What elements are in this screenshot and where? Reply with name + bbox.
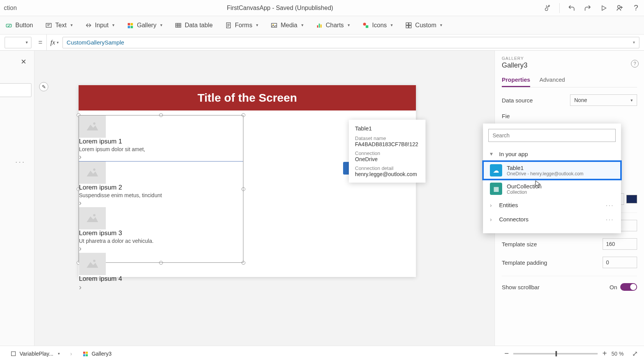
svg-rect-15 — [320, 24, 322, 27]
gallery-row[interactable]: Lorem ipsum 4 › — [79, 253, 243, 287]
insert-custom-label: Custom — [415, 22, 436, 29]
section-connectors[interactable]: › Connectors ··· — [483, 212, 621, 226]
chevron-right-icon[interactable]: › — [79, 244, 82, 252]
svg-point-16 — [363, 23, 366, 26]
insert-icons[interactable]: Icons▾ — [362, 22, 393, 29]
datasource-item-ourcollection[interactable]: ▦ OurCollectionCollection — [483, 180, 621, 198]
tab-properties[interactable]: Properties — [502, 76, 530, 87]
insert-toolbar: Button Text▾ Input▾ Gallery▾ Data table … — [0, 16, 644, 35]
svg-point-25 — [93, 168, 95, 171]
svg-point-29 — [93, 260, 95, 262]
border-color-swatch[interactable] — [626, 195, 637, 203]
gallery-row[interactable]: Lorem ipsum 1Lorem ipsum dolor sit amet,… — [79, 115, 243, 162]
fit-screen-icon[interactable]: ⤢ — [632, 349, 638, 358]
templatepadding-input[interactable]: 0 — [603, 257, 637, 268]
play-icon[interactable] — [600, 4, 608, 12]
insert-media[interactable]: Media▾ — [271, 22, 304, 29]
tree-more-icon[interactable]: ··· — [15, 158, 26, 166]
gallery-item-title: Lorem ipsum 4 — [79, 275, 243, 283]
more-icon[interactable]: ··· — [606, 202, 614, 208]
canvas-area[interactable]: Title of the Screen Button ✎ Lorem ipsum… — [34, 51, 495, 346]
gallery-row[interactable]: Lorem ipsum 3Ut pharetra a dolor ac vehi… — [79, 207, 243, 253]
insert-gallery[interactable]: Gallery▾ — [127, 22, 163, 29]
section-in-your-app[interactable]: ▾ In your app — [483, 147, 621, 161]
insert-input-label: Input — [95, 22, 109, 29]
tree-view-pane: ✕ ··· — [0, 51, 34, 346]
chevron-right-icon[interactable]: › — [79, 198, 82, 207]
tab-advanced[interactable]: Advanced — [539, 76, 565, 87]
svg-rect-5 — [128, 23, 130, 25]
close-pane-icon[interactable]: ✕ — [21, 58, 26, 66]
gallery-control[interactable]: Lorem ipsum 1Lorem ipsum dolor sit amet,… — [79, 115, 243, 263]
control-name: Gallery3 — [502, 61, 637, 69]
more-icon[interactable]: ··· — [606, 216, 614, 223]
chevron-right-icon[interactable]: › — [79, 283, 82, 291]
status-bar: VariablePlay...▾ › Gallery3 − + 50 % ⤢ — [0, 346, 644, 361]
prop-templatesize-label: Template size — [502, 241, 537, 247]
equals-sign: = — [34, 38, 46, 46]
tooltip-title: Table1 — [355, 125, 419, 132]
svg-rect-8 — [131, 26, 133, 28]
svg-point-0 — [549, 5, 550, 6]
gallery-item-title: Lorem ipsum 2 — [79, 184, 243, 191]
svg-point-2 — [618, 5, 620, 8]
help-icon[interactable]: ? — [632, 4, 640, 12]
insert-input[interactable]: Input▾ — [85, 22, 115, 29]
zoom-slider[interactable] — [513, 353, 598, 354]
onedrive-icon: ☁ — [490, 164, 502, 176]
datasource-select[interactable]: None▾ — [570, 94, 637, 106]
breadcrumb-screen[interactable]: VariablePlay...▾ — [6, 349, 64, 359]
prop-datasource-label: Data source — [502, 97, 533, 104]
tree-item-box[interactable] — [0, 83, 31, 97]
collection-icon: ▦ — [490, 183, 502, 195]
formula-bar: ▾ = fx▾ CustomGallerySample ▾ — [0, 35, 644, 51]
zoom-in-icon[interactable]: + — [602, 349, 607, 358]
redo-icon[interactable] — [583, 4, 592, 12]
datasource-tooltip: Table1 Dataset name FA4BADB8183CF7B8!122… — [349, 120, 426, 183]
chevron-right-icon: › — [490, 216, 495, 223]
edit-gallery-icon[interactable]: ✎ — [39, 82, 48, 91]
app-checker-icon[interactable] — [543, 4, 552, 12]
insert-button[interactable]: Button — [5, 22, 33, 29]
breadcrumb-control[interactable]: Gallery3 — [78, 349, 116, 359]
insert-text-label: Text — [55, 22, 66, 29]
insert-custom[interactable]: Custom▾ — [405, 22, 442, 29]
datasource-item-table1[interactable]: ☁ Table1OneDrive - henry.legge@outlook.c… — [483, 161, 621, 180]
datasource-search-input[interactable] — [488, 129, 616, 142]
svg-rect-32 — [86, 351, 88, 353]
expand-formula-icon[interactable]: ▾ — [633, 40, 635, 45]
insert-text[interactable]: Text▾ — [45, 22, 72, 29]
help-icon[interactable]: ? — [631, 60, 639, 68]
insert-gallery-label: Gallery — [137, 22, 156, 29]
insert-charts[interactable]: Charts▾ — [316, 22, 350, 29]
property-selector[interactable]: ▾ — [5, 37, 31, 48]
thumbnail-placeholder-icon — [79, 207, 106, 229]
zoom-value: 50 % — [611, 351, 624, 357]
gallery-item-subtitle: Ut pharetra a dolor ac vehicula. — [79, 238, 243, 244]
chevron-down-icon: ▾ — [490, 150, 495, 157]
svg-rect-31 — [83, 351, 85, 353]
svg-rect-30 — [12, 351, 16, 356]
gallery-item-subtitle: Suspendisse enim metus, tincidunt — [79, 192, 243, 198]
formula-input[interactable]: CustomGallerySample ▾ — [62, 37, 639, 48]
insert-datatable[interactable]: Data table — [175, 22, 213, 29]
undo-icon[interactable] — [567, 4, 576, 12]
fx-button[interactable]: fx▾ — [46, 35, 62, 50]
scrollbar-toggle[interactable] — [620, 283, 637, 291]
zoom-out-icon[interactable]: − — [504, 349, 509, 358]
title-bar: ction FirstCanvasApp - Saved (Unpublishe… — [0, 0, 644, 16]
thumbnail-placeholder-icon — [79, 162, 106, 184]
gallery-item-subtitle: Lorem ipsum dolor sit amet, — [79, 146, 243, 152]
svg-rect-20 — [406, 25, 408, 28]
section-entities[interactable]: › Entities ··· — [483, 198, 621, 212]
insert-media-label: Media — [281, 22, 297, 29]
share-icon[interactable] — [616, 4, 624, 12]
thumbnail-placeholder-icon — [79, 253, 106, 275]
gallery-row[interactable]: Lorem ipsum 2Suspendisse enim metus, tin… — [79, 162, 243, 207]
insert-forms[interactable]: Forms▾ — [225, 22, 258, 29]
svg-point-27 — [93, 214, 95, 216]
svg-rect-18 — [406, 23, 408, 25]
svg-rect-14 — [319, 23, 320, 28]
templatesize-input[interactable]: 160 — [603, 238, 637, 250]
chevron-right-icon[interactable]: › — [79, 152, 82, 161]
